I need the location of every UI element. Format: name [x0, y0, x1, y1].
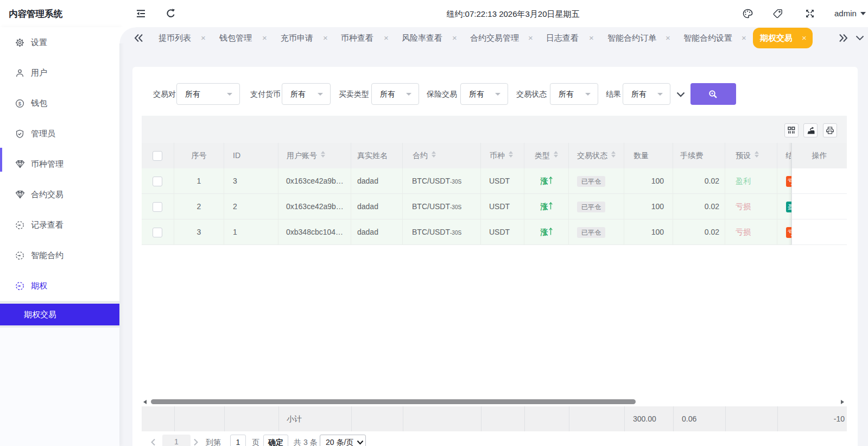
svg-text:$: $ — [18, 100, 22, 106]
